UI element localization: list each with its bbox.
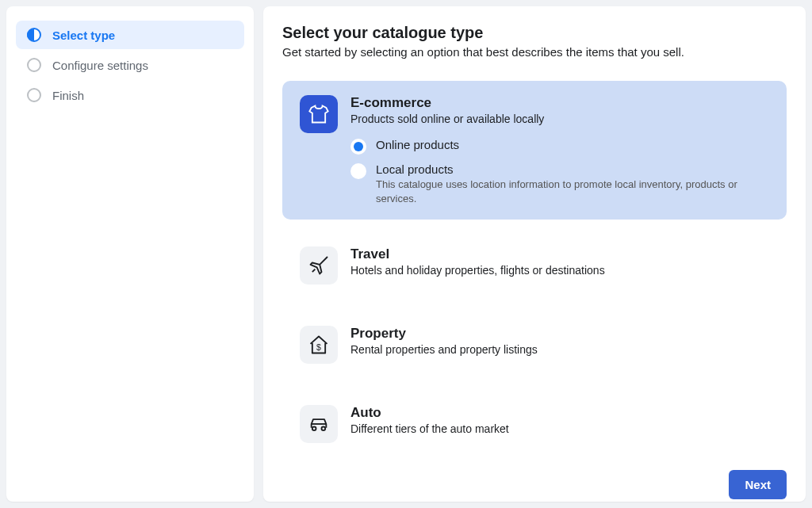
step-indicator-icon xyxy=(27,28,41,42)
main-panel: Select your catalogue type Get started b… xyxy=(263,6,806,502)
option-desc: Rental properties and property listings xyxy=(350,343,769,356)
step-configure-settings[interactable]: Configure settings xyxy=(16,51,244,79)
option-ecommerce[interactable]: E-commerce Products sold online or avail… xyxy=(282,81,787,220)
svg-text:$: $ xyxy=(316,342,321,352)
svg-point-2 xyxy=(322,427,326,431)
svg-point-1 xyxy=(312,427,316,431)
option-desc: Hotels and holiday properties, flights o… xyxy=(350,264,769,277)
step-label: Finish xyxy=(52,89,84,102)
option-title: Auto xyxy=(350,405,769,421)
step-select-type[interactable]: Select type xyxy=(16,21,244,49)
option-desc: Products sold online or available locall… xyxy=(350,113,769,125)
page-subtitle: Get started by selecting an option that … xyxy=(282,45,787,59)
catalogue-type-options: E-commerce Products sold online or avail… xyxy=(282,81,787,457)
sub-option-label: Online products xyxy=(376,138,459,151)
page-title: Select your catalogue type xyxy=(282,24,787,42)
option-title: E-commerce xyxy=(350,95,769,111)
step-label: Select type xyxy=(52,29,115,42)
sub-option-label: Local products xyxy=(376,162,769,176)
sub-option-local-products[interactable]: Local products This catalogue uses locat… xyxy=(350,162,769,205)
option-travel[interactable]: Travel Hotels and holiday properties, fl… xyxy=(282,232,787,299)
wizard-sidebar: Select type Configure settings Finish xyxy=(6,6,254,502)
option-auto[interactable]: Auto Different tiers of the auto market xyxy=(282,391,787,457)
footer: Next xyxy=(282,457,787,499)
option-title: Property xyxy=(350,326,769,342)
option-desc: Different tiers of the auto market xyxy=(350,422,769,435)
radio-icon xyxy=(350,163,366,179)
sub-option-online-products[interactable]: Online products xyxy=(350,138,769,155)
next-button[interactable]: Next xyxy=(729,470,787,499)
option-property[interactable]: $ Property Rental properties and propert… xyxy=(282,311,787,378)
shirt-icon xyxy=(300,95,338,133)
sub-option-desc: This catalogue uses location information… xyxy=(376,178,769,205)
airplane-icon xyxy=(300,246,338,285)
step-label: Configure settings xyxy=(52,59,148,72)
car-icon xyxy=(300,405,338,443)
option-title: Travel xyxy=(350,246,769,262)
radio-icon xyxy=(350,139,366,155)
step-finish[interactable]: Finish xyxy=(16,81,244,109)
house-icon: $ xyxy=(300,326,338,364)
step-indicator-icon xyxy=(27,58,41,72)
step-indicator-icon xyxy=(27,88,41,102)
